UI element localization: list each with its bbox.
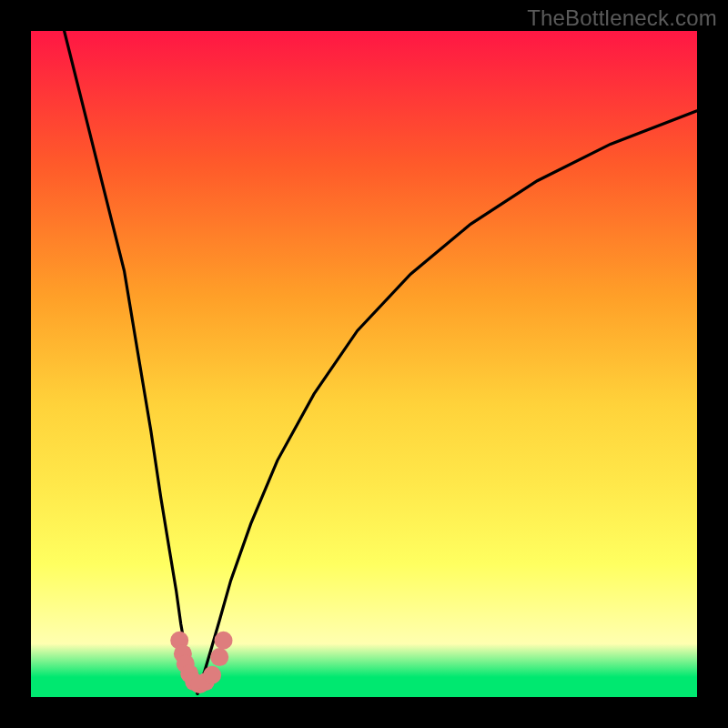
plot-area: [31, 31, 697, 697]
optimum-markers: [170, 632, 232, 693]
optimum-marker: [210, 648, 228, 666]
watermark-text: TheBottleneck.com: [527, 5, 717, 31]
curve-layer: [31, 31, 697, 697]
optimum-marker: [203, 666, 221, 684]
right-branch-curve: [197, 111, 697, 694]
left-branch-curve: [65, 31, 197, 693]
chart-frame: TheBottleneck.com: [0, 0, 728, 728]
optimum-marker: [215, 632, 233, 650]
